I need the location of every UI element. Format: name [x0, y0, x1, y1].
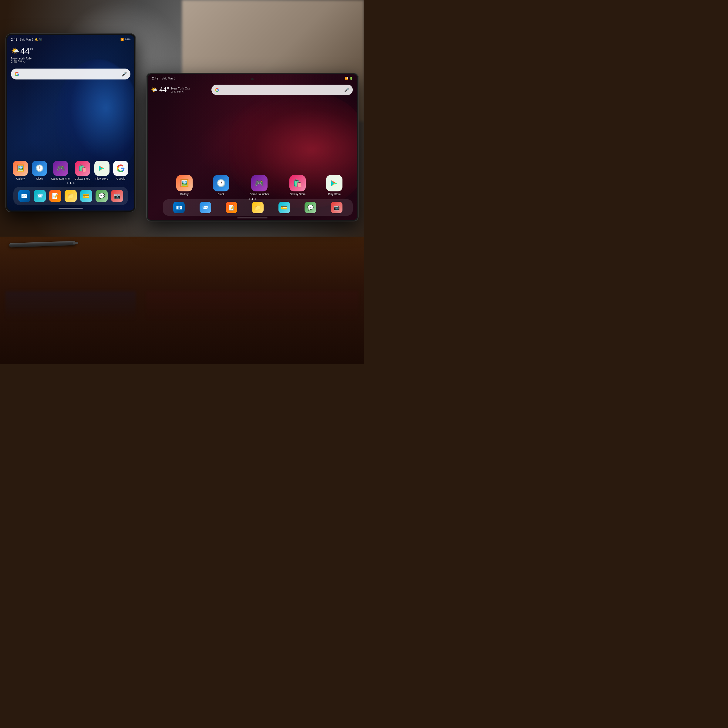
tablet-right: 2:49 Sat, Mar 5 📶 🔋 🌤️ 44° New York City…: [146, 73, 359, 222]
right-app-clock[interactable]: 🕐 Clock: [213, 175, 229, 196]
right-city: New York City: [171, 87, 190, 90]
right-galaxystore-label: Galaxy Store: [290, 193, 306, 196]
left-battery-icon: 69%: [125, 38, 130, 41]
left-clock-icon: 🕐: [32, 161, 47, 176]
left-app-google[interactable]: Google: [113, 161, 128, 180]
right-playstore-label: Play Store: [328, 193, 341, 196]
right-dock-notes[interactable]: 📝: [226, 202, 237, 213]
left-dock-notes[interactable]: 📝: [49, 190, 61, 202]
left-weather-icon: 🌤️: [11, 47, 19, 55]
left-status-icons: 🔔 📷: [35, 38, 42, 41]
status-bar-left: 2:49 Sat, Mar 5 🔔 📷 📶 69%: [7, 35, 134, 44]
left-dock-outlook[interactable]: 📧: [18, 190, 30, 202]
right-gallery-label: Gallery: [180, 193, 189, 196]
left-gamelauncher-icon: 🎮: [53, 161, 68, 176]
left-temperature: 44°: [20, 46, 33, 56]
left-time: 2:49: [11, 38, 17, 41]
right-clock-label: Clock: [217, 193, 225, 196]
right-clock-icon: 🕐: [213, 175, 229, 191]
left-dot-2: [70, 182, 72, 184]
google-logo-left: [15, 72, 20, 76]
right-app-gallery[interactable]: 🖼️ Gallery: [176, 175, 193, 196]
right-date: Sat, Mar 5: [161, 77, 175, 80]
left-dock: 📧 📨 📝 📁 💳 💬 📷: [13, 187, 128, 205]
right-battery-icon: 🔋: [349, 77, 353, 80]
right-app-gamelauncher[interactable]: 🎮 Game Launcher: [250, 175, 269, 196]
right-dock-messages[interactable]: 💬: [304, 202, 316, 213]
left-weather-time: 2:48 PM ↻: [11, 60, 33, 63]
left-playstore-icon: [94, 161, 110, 176]
left-dock-files[interactable]: 📁: [64, 190, 77, 202]
right-playstore-svg: [330, 179, 339, 188]
left-gamelauncher-label: Game Launcher: [51, 177, 71, 180]
right-dock-camera[interactable]: 📷: [331, 202, 343, 213]
left-city: New York City: [11, 57, 33, 60]
tablet-right-screen: 2:49 Sat, Mar 5 📶 🔋 🌤️ 44° New York City…: [148, 74, 357, 220]
right-dock-outlook[interactable]: 📧: [173, 202, 185, 213]
right-tablet-reflection: [146, 291, 359, 321]
right-dock: 📧 📨 📝 📁 💳 💬 📷: [163, 199, 353, 216]
left-page-dots: [67, 182, 75, 184]
left-app-clock[interactable]: 🕐 Clock: [32, 161, 47, 180]
right-camera: [251, 78, 254, 80]
google-logo-right: [215, 88, 219, 92]
left-battery-icons: 📶 69%: [121, 38, 130, 41]
left-app-gamelauncher[interactable]: 🎮 Game Launcher: [51, 161, 71, 180]
left-gallery-icon: 🖼️: [13, 161, 28, 176]
tablet-left: 2:49 Sat, Mar 5 🔔 📷 📶 69% 🌤️ 44° New Yor…: [5, 34, 136, 213]
right-dock-files[interactable]: 📁: [252, 202, 264, 213]
right-mic-icon: 🎤: [344, 88, 349, 92]
left-dot-3: [73, 182, 75, 184]
left-dock-messages[interactable]: 💬: [96, 190, 108, 202]
right-top-row: 🌤️ 44° New York City 2:47 PM ↻: [151, 85, 353, 95]
left-wifi-icon: 📶: [121, 38, 124, 41]
right-dock-email[interactable]: 📨: [200, 202, 211, 213]
left-tablet-reflection: [5, 291, 136, 321]
right-search-bar[interactable]: 🎤: [211, 85, 353, 95]
right-gallery-icon: 🖼️: [176, 175, 193, 191]
left-app-row: 🖼️ Gallery 🕐 Clock 🎮 Game Launcher: [7, 161, 134, 180]
left-galaxystore-icon: 🛍️: [75, 161, 90, 176]
right-weather-time: 2:47 PM ↻: [171, 90, 190, 93]
left-clock-label: Clock: [36, 177, 43, 180]
right-playstore-icon: [326, 175, 343, 191]
right-gamelauncher-label: Game Launcher: [250, 193, 269, 196]
left-gallery-label: Gallery: [16, 177, 25, 180]
right-time: 2:49: [152, 76, 158, 80]
right-temperature: 44°: [159, 86, 169, 94]
right-app-row: 🖼️ Gallery 🕐 Clock 🎮 Game Launcher: [166, 175, 353, 196]
left-google-icon: [113, 161, 128, 176]
left-app-gallery[interactable]: 🖼️ Gallery: [13, 161, 28, 180]
left-home-bar: [58, 208, 83, 209]
right-weather-info: New York City 2:47 PM ↻: [171, 87, 190, 93]
left-galaxystore-label: Galaxy Store: [75, 177, 90, 180]
right-app-galaxystore[interactable]: 🛍️ Galaxy Store: [289, 175, 306, 196]
left-playstore-label: Play Store: [96, 177, 108, 180]
left-date: Sat, Mar 5: [20, 38, 34, 41]
left-mic-icon: 🎤: [122, 72, 127, 76]
left-app-playstore[interactable]: Play Store: [94, 161, 110, 180]
left-weather-widget: 🌤️ 44° New York City 2:48 PM ↻: [11, 46, 33, 63]
left-dock-pay[interactable]: 💳: [80, 190, 92, 202]
right-wifi-icon: 📶: [345, 77, 348, 80]
right-weather-icon: 🌤️: [151, 86, 158, 93]
scene: 2:49 Sat, Mar 5 🔔 📷 📶 69% 🌤️ 44° New Yor…: [0, 0, 364, 364]
tablet-left-screen: 2:49 Sat, Mar 5 🔔 📷 📶 69% 🌤️ 44° New Yor…: [7, 35, 134, 211]
right-home-bar: [237, 217, 268, 219]
left-dock-email[interactable]: 📨: [34, 190, 46, 202]
left-app-galaxystore[interactable]: 🛍️ Galaxy Store: [75, 161, 90, 180]
left-dock-camera[interactable]: 📷: [111, 190, 123, 202]
right-status-icons: 📶 🔋: [345, 77, 353, 80]
left-dot-1: [67, 182, 69, 184]
right-galaxystore-icon: 🛍️: [289, 175, 306, 191]
right-dock-pay[interactable]: 💳: [278, 202, 290, 213]
right-app-playstore[interactable]: Play Store: [326, 175, 343, 196]
right-gamelauncher-icon: 🎮: [251, 175, 268, 191]
left-playstore-svg: [98, 164, 106, 172]
left-search-bar[interactable]: 🎤: [11, 69, 130, 80]
right-weather-widget: 🌤️ 44° New York City 2:47 PM ↻: [151, 86, 211, 94]
left-google-label: Google: [116, 177, 125, 180]
